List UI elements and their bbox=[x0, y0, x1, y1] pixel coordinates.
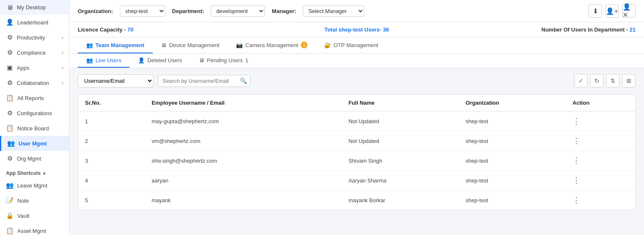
search-input[interactable] bbox=[158, 75, 250, 87]
sidebar-item-label: Apps bbox=[17, 65, 29, 71]
sidebar-item-all-reports[interactable]: 📋 All Reports bbox=[0, 90, 69, 106]
vault-shortcut-icon: 🔒 bbox=[6, 212, 14, 219]
leave-mgmt-shortcut-icon: 👥 bbox=[6, 182, 14, 189]
cell-action: ⋮ bbox=[566, 171, 635, 190]
sidebar-item-my-desktop[interactable]: 🖥 My Desktop bbox=[0, 0, 69, 15]
cell-org: shep-test bbox=[459, 151, 566, 171]
col-header: Sr.No. bbox=[78, 95, 145, 111]
notice-board-icon: 📋 bbox=[6, 124, 14, 132]
sidebar-item-user-mgmt[interactable]: 👥 User Mgmt bbox=[0, 136, 69, 151]
sub-tab-label: Pending Users bbox=[207, 57, 243, 63]
top-bar: Organization: shep-test Department: deve… bbox=[69, 0, 644, 22]
configurations-icon: ⚙ bbox=[6, 109, 13, 117]
sidebar-item-apps[interactable]: ▣ Apps › bbox=[0, 60, 69, 75]
org-select[interactable]: shep-test bbox=[120, 5, 165, 17]
main-content: Organization: shep-test Department: deve… bbox=[69, 0, 644, 235]
productivity-icon: ⚙ bbox=[6, 34, 13, 41]
cell-name: Not Updated bbox=[342, 131, 459, 151]
refresh-btn[interactable]: ↻ bbox=[590, 74, 604, 87]
cell-email: shiv.singh@shephertz.com bbox=[145, 151, 342, 171]
tab-team-management[interactable]: 👥 Team Management bbox=[78, 37, 153, 53]
sub-tab-pending-users[interactable]: 🖥 Pending Users1 bbox=[191, 54, 257, 68]
download-icon-btn[interactable]: ⬇ bbox=[588, 4, 602, 18]
cell-name: Not Updated bbox=[342, 111, 459, 131]
sidebar-item-collaboration[interactable]: ⚙ Collaboration › bbox=[0, 75, 69, 90]
chevron-icon: › bbox=[62, 66, 63, 70]
action-menu-btn[interactable]: ⋮ bbox=[572, 176, 581, 185]
search-field-select[interactable]: Username/Email Full Name bbox=[78, 74, 154, 87]
shortcut-label: Vault bbox=[17, 213, 29, 219]
cell-org: shep-test bbox=[459, 190, 566, 210]
sidebar-item-configurations[interactable]: ⚙ Configurations bbox=[0, 106, 69, 121]
sidebar-item-compliance[interactable]: ⚙ Compliance › bbox=[0, 45, 69, 60]
licence-capacity: Licence Capacity - 70 bbox=[78, 26, 264, 33]
sidebar-item-leaderboard[interactable]: 👤 Leaderboard bbox=[0, 15, 69, 30]
cell-email: aaryan bbox=[145, 171, 342, 190]
sidebar-item-label: My Desktop bbox=[17, 4, 46, 11]
shortcut-item-vault[interactable]: 🔒 Vault bbox=[0, 208, 69, 223]
action-menu-btn[interactable]: ⋮ bbox=[572, 117, 581, 125]
sub-tab-icon: 🖥 bbox=[199, 57, 204, 63]
cell-name: Shivam Singh bbox=[342, 151, 459, 171]
sidebar-item-label: Leaderboard bbox=[17, 19, 48, 26]
tab-badge: 1 bbox=[301, 42, 307, 48]
transfer-btn[interactable]: ⇅ bbox=[606, 74, 620, 87]
table-body: 1 may-gupta@shephertz.com Not Updated sh… bbox=[78, 111, 635, 210]
chevron-icon: › bbox=[62, 81, 63, 85]
cell-email: mayank bbox=[145, 190, 342, 210]
sidebar-item-org-mgmt[interactable]: ⚙ Org Mgmt bbox=[0, 151, 69, 166]
remove-user-btn[interactable]: 👤✕ bbox=[622, 4, 636, 18]
shortcut-label: Note bbox=[17, 198, 29, 204]
tab-label: Team Management bbox=[95, 42, 144, 48]
sub-tab-icon: 👤 bbox=[138, 57, 145, 63]
sub-tab-deleted-users[interactable]: 👤 Deleted Users bbox=[130, 54, 190, 68]
main-tabs: 👥 Team Management🖥 Device Management📷 Ca… bbox=[78, 37, 636, 53]
table-row: 4 aaryan Aaryan Sharma shep-test ⋮ bbox=[78, 171, 635, 190]
total-users-stat: Total shep-test Users- 36 bbox=[264, 26, 450, 33]
shortcut-item-asset-mgmt[interactable]: 📋 Asset Mgmt bbox=[0, 223, 69, 235]
tab-icon: 🔐 bbox=[324, 42, 331, 48]
table-row: 1 may-gupta@shephertz.com Not Updated sh… bbox=[78, 111, 635, 131]
cell-org: shep-test bbox=[459, 111, 566, 131]
action-menu-btn[interactable]: ⋮ bbox=[572, 137, 581, 145]
cell-action: ⋮ bbox=[566, 111, 635, 131]
sidebar-item-label: Org Mgmt bbox=[17, 156, 41, 162]
sub-tab-icon: 👥 bbox=[86, 57, 93, 63]
shortcut-item-note[interactable]: 📝 Note bbox=[0, 193, 69, 208]
cell-sr: 5 bbox=[78, 190, 145, 210]
tab-otp-management[interactable]: 🔐 OTP Management bbox=[316, 37, 387, 53]
org-mgmt-icon: ⚙ bbox=[6, 155, 13, 162]
export-btn[interactable]: ⊞ bbox=[622, 74, 636, 87]
sidebar-item-label: Productivity bbox=[17, 34, 45, 41]
app-shortcuts-title: App Shortcuts ∨ bbox=[0, 166, 69, 178]
dept-select[interactable]: development bbox=[211, 5, 265, 17]
tab-label: Camera Management bbox=[245, 42, 298, 48]
user-mgmt-icon: 👥 bbox=[7, 140, 15, 147]
cell-sr: 4 bbox=[78, 171, 145, 190]
action-menu-btn[interactable]: ⋮ bbox=[572, 156, 581, 165]
tab-device-management[interactable]: 🖥 Device Management bbox=[153, 37, 228, 53]
cell-email: vm@shephertz.com bbox=[145, 131, 342, 151]
cell-name: Aaryan Sharma bbox=[342, 171, 459, 190]
shortcut-item-leave-mgmt[interactable]: 👥 Leave Mgmt bbox=[0, 178, 69, 193]
sidebar-item-notice-board[interactable]: 📋 Notice Board bbox=[0, 121, 69, 136]
org-label: Organization: bbox=[78, 8, 113, 14]
sub-tab-live-users[interactable]: 👥 Live Users bbox=[78, 54, 130, 68]
main-tabs-container: 👥 Team Management🖥 Device Management📷 Ca… bbox=[69, 37, 644, 54]
sidebar-item-label: Notice Board bbox=[17, 125, 49, 132]
add-user-btn[interactable]: 👤+ bbox=[605, 4, 619, 18]
mgr-select[interactable]: Select Manager bbox=[303, 5, 364, 17]
mgr-label: Manager: bbox=[272, 8, 296, 14]
tab-camera-management[interactable]: 📷 Camera Management1 bbox=[228, 37, 316, 53]
shortcut-label: Leave Mgmt bbox=[17, 182, 48, 189]
search-bar: Username/Email Full Name 🔍 ✓ ↻ ⇅ ⊞ bbox=[78, 74, 636, 87]
sub-tab-label: Deleted Users bbox=[147, 57, 182, 63]
sidebar-item-productivity[interactable]: ⚙ Productivity › bbox=[0, 30, 69, 45]
approve-btn[interactable]: ✓ bbox=[574, 74, 588, 87]
cell-action: ⋮ bbox=[566, 190, 635, 210]
sub-tab-label: Live Users bbox=[95, 57, 121, 63]
users-table-container: Sr.No.Employee Username / EmailFull Name… bbox=[78, 94, 636, 210]
action-menu-btn[interactable]: ⋮ bbox=[572, 196, 581, 204]
asset-mgmt-shortcut-icon: 📋 bbox=[6, 227, 14, 235]
col-header: Full Name bbox=[342, 95, 459, 111]
